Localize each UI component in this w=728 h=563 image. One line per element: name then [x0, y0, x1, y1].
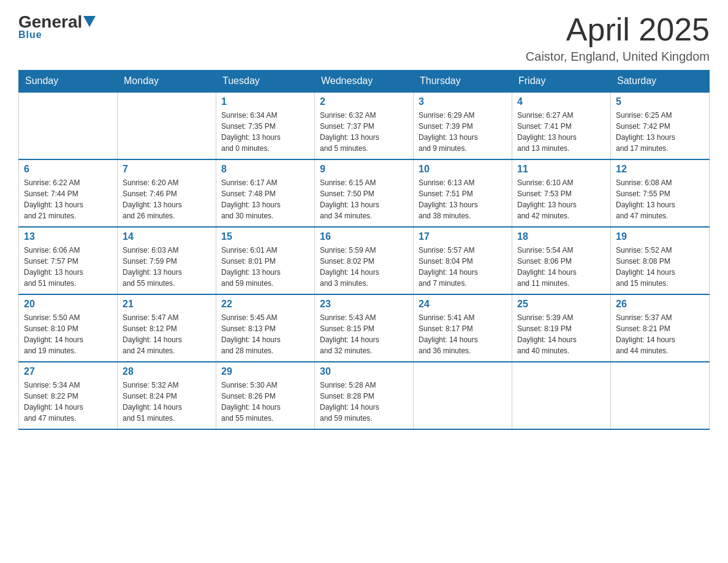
day-number: 18 — [517, 231, 605, 242]
calendar-cell: 2Sunrise: 6:32 AM Sunset: 7:37 PM Daylig… — [315, 92, 414, 159]
day-number: 5 — [616, 96, 704, 107]
weekday-header-monday: Monday — [118, 71, 216, 93]
calendar-week-row: 6Sunrise: 6:22 AM Sunset: 7:44 PM Daylig… — [19, 159, 710, 227]
calendar-cell: 29Sunrise: 5:30 AM Sunset: 8:26 PM Dayli… — [216, 362, 315, 429]
day-info: Sunrise: 5:28 AM Sunset: 8:28 PM Dayligh… — [320, 380, 408, 424]
day-info: Sunrise: 6:20 AM Sunset: 7:46 PM Dayligh… — [123, 177, 211, 221]
logo: General Blue — [18, 12, 96, 40]
day-number: 2 — [320, 96, 408, 107]
page-title: April 2025 — [526, 12, 710, 47]
day-number: 10 — [419, 164, 507, 175]
page-header: General Blue April 2025 Caistor, England… — [18, 12, 710, 64]
day-number: 23 — [320, 299, 408, 310]
calendar-week-row: 20Sunrise: 5:50 AM Sunset: 8:10 PM Dayli… — [19, 294, 710, 362]
title-block: April 2025 Caistor, England, United King… — [526, 12, 710, 64]
day-info: Sunrise: 5:30 AM Sunset: 8:26 PM Dayligh… — [221, 380, 309, 424]
calendar-body: 1Sunrise: 6:34 AM Sunset: 7:35 PM Daylig… — [19, 92, 710, 429]
calendar-table: SundayMondayTuesdayWednesdayThursdayFrid… — [18, 70, 710, 430]
weekday-header-thursday: Thursday — [414, 71, 512, 93]
weekday-header-friday: Friday — [512, 71, 611, 93]
logo-blue-text: Blue — [18, 29, 42, 40]
day-number: 8 — [221, 164, 309, 175]
calendar-header: SundayMondayTuesdayWednesdayThursdayFrid… — [19, 71, 710, 93]
calendar-week-row: 1Sunrise: 6:34 AM Sunset: 7:35 PM Daylig… — [19, 92, 710, 159]
weekday-header-row: SundayMondayTuesdayWednesdayThursdayFrid… — [19, 71, 710, 93]
day-info: Sunrise: 5:57 AM Sunset: 8:04 PM Dayligh… — [419, 245, 507, 289]
calendar-cell: 21Sunrise: 5:47 AM Sunset: 8:12 PM Dayli… — [118, 294, 216, 362]
day-number: 25 — [517, 299, 605, 310]
logo-triangle-icon — [83, 16, 96, 27]
day-info: Sunrise: 5:45 AM Sunset: 8:13 PM Dayligh… — [221, 312, 309, 356]
day-number: 17 — [419, 231, 507, 242]
day-number: 22 — [221, 299, 309, 310]
calendar-cell: 22Sunrise: 5:45 AM Sunset: 8:13 PM Dayli… — [216, 294, 315, 362]
weekday-header-wednesday: Wednesday — [315, 71, 414, 93]
calendar-cell: 12Sunrise: 6:08 AM Sunset: 7:55 PM Dayli… — [611, 159, 710, 227]
day-number: 27 — [24, 366, 112, 377]
day-info: Sunrise: 5:47 AM Sunset: 8:12 PM Dayligh… — [123, 312, 211, 356]
calendar-cell: 14Sunrise: 6:03 AM Sunset: 7:59 PM Dayli… — [118, 227, 216, 294]
day-number: 12 — [616, 164, 704, 175]
calendar-cell: 5Sunrise: 6:25 AM Sunset: 7:42 PM Daylig… — [611, 92, 710, 159]
day-info: Sunrise: 6:25 AM Sunset: 7:42 PM Dayligh… — [616, 110, 704, 154]
calendar-cell: 25Sunrise: 5:39 AM Sunset: 8:19 PM Dayli… — [512, 294, 611, 362]
calendar-cell — [611, 362, 710, 429]
calendar-cell: 30Sunrise: 5:28 AM Sunset: 8:28 PM Dayli… — [315, 362, 414, 429]
day-info: Sunrise: 5:52 AM Sunset: 8:08 PM Dayligh… — [616, 245, 704, 289]
calendar-cell: 10Sunrise: 6:13 AM Sunset: 7:51 PM Dayli… — [414, 159, 512, 227]
day-info: Sunrise: 6:34 AM Sunset: 7:35 PM Dayligh… — [221, 110, 309, 154]
day-number: 19 — [616, 231, 704, 242]
day-info: Sunrise: 5:32 AM Sunset: 8:24 PM Dayligh… — [123, 380, 211, 424]
weekday-header-sunday: Sunday — [19, 71, 118, 93]
day-info: Sunrise: 5:34 AM Sunset: 8:22 PM Dayligh… — [24, 380, 112, 424]
day-info: Sunrise: 6:01 AM Sunset: 8:01 PM Dayligh… — [221, 245, 309, 289]
day-info: Sunrise: 6:10 AM Sunset: 7:53 PM Dayligh… — [517, 177, 605, 221]
page-subtitle: Caistor, England, United Kingdom — [526, 50, 710, 64]
calendar-cell: 9Sunrise: 6:15 AM Sunset: 7:50 PM Daylig… — [315, 159, 414, 227]
calendar-cell: 4Sunrise: 6:27 AM Sunset: 7:41 PM Daylig… — [512, 92, 611, 159]
day-info: Sunrise: 5:54 AM Sunset: 8:06 PM Dayligh… — [517, 245, 605, 289]
calendar-cell: 3Sunrise: 6:29 AM Sunset: 7:39 PM Daylig… — [414, 92, 512, 159]
calendar-cell: 1Sunrise: 6:34 AM Sunset: 7:35 PM Daylig… — [216, 92, 315, 159]
day-number: 6 — [24, 164, 112, 175]
day-info: Sunrise: 6:15 AM Sunset: 7:50 PM Dayligh… — [320, 177, 408, 221]
day-info: Sunrise: 5:50 AM Sunset: 8:10 PM Dayligh… — [24, 312, 112, 356]
day-number: 21 — [123, 299, 211, 310]
calendar-cell: 13Sunrise: 6:06 AM Sunset: 7:57 PM Dayli… — [19, 227, 118, 294]
weekday-header-tuesday: Tuesday — [216, 71, 315, 93]
calendar-cell: 6Sunrise: 6:22 AM Sunset: 7:44 PM Daylig… — [19, 159, 118, 227]
calendar-cell: 11Sunrise: 6:10 AM Sunset: 7:53 PM Dayli… — [512, 159, 611, 227]
day-info: Sunrise: 6:17 AM Sunset: 7:48 PM Dayligh… — [221, 177, 309, 221]
day-info: Sunrise: 6:08 AM Sunset: 7:55 PM Dayligh… — [616, 177, 704, 221]
day-info: Sunrise: 6:03 AM Sunset: 7:59 PM Dayligh… — [123, 245, 211, 289]
day-number: 20 — [24, 299, 112, 310]
day-number: 24 — [419, 299, 507, 310]
day-info: Sunrise: 5:43 AM Sunset: 8:15 PM Dayligh… — [320, 312, 408, 356]
calendar-cell: 17Sunrise: 5:57 AM Sunset: 8:04 PM Dayli… — [414, 227, 512, 294]
day-info: Sunrise: 5:39 AM Sunset: 8:19 PM Dayligh… — [517, 312, 605, 356]
day-number: 11 — [517, 164, 605, 175]
calendar-cell — [414, 362, 512, 429]
day-number: 7 — [123, 164, 211, 175]
calendar-cell — [118, 92, 216, 159]
day-info: Sunrise: 5:59 AM Sunset: 8:02 PM Dayligh… — [320, 245, 408, 289]
calendar-cell: 28Sunrise: 5:32 AM Sunset: 8:24 PM Dayli… — [118, 362, 216, 429]
day-info: Sunrise: 6:06 AM Sunset: 7:57 PM Dayligh… — [24, 245, 112, 289]
calendar-cell: 7Sunrise: 6:20 AM Sunset: 7:46 PM Daylig… — [118, 159, 216, 227]
day-info: Sunrise: 6:27 AM Sunset: 7:41 PM Dayligh… — [517, 110, 605, 154]
calendar-cell: 18Sunrise: 5:54 AM Sunset: 8:06 PM Dayli… — [512, 227, 611, 294]
day-info: Sunrise: 6:13 AM Sunset: 7:51 PM Dayligh… — [419, 177, 507, 221]
calendar-cell: 24Sunrise: 5:41 AM Sunset: 8:17 PM Dayli… — [414, 294, 512, 362]
day-info: Sunrise: 5:41 AM Sunset: 8:17 PM Dayligh… — [419, 312, 507, 356]
day-number: 9 — [320, 164, 408, 175]
day-number: 28 — [123, 366, 211, 377]
day-number: 26 — [616, 299, 704, 310]
calendar-cell — [512, 362, 611, 429]
calendar-week-row: 27Sunrise: 5:34 AM Sunset: 8:22 PM Dayli… — [19, 362, 710, 429]
day-number: 3 — [419, 96, 507, 107]
day-number: 30 — [320, 366, 408, 377]
day-number: 4 — [517, 96, 605, 107]
day-number: 15 — [221, 231, 309, 242]
day-number: 29 — [221, 366, 309, 377]
day-number: 13 — [24, 231, 112, 242]
